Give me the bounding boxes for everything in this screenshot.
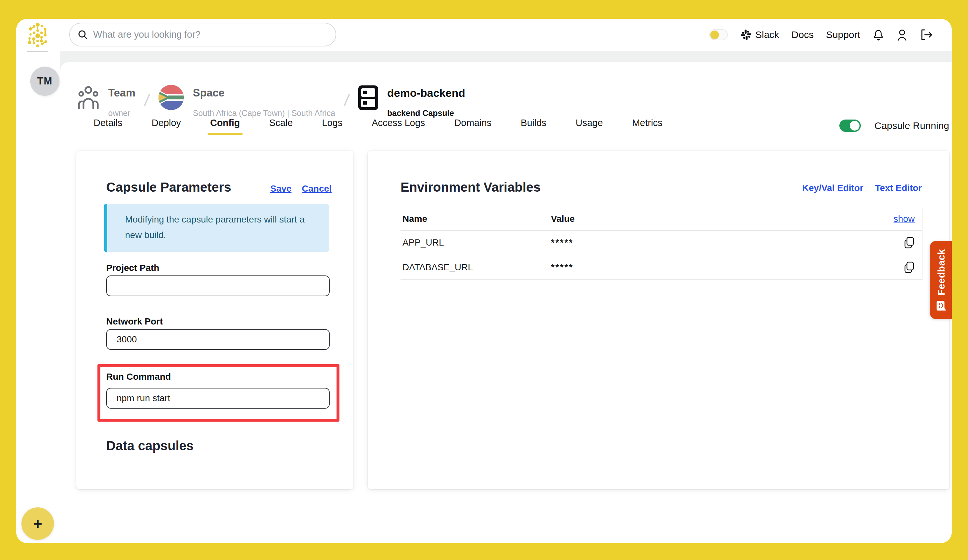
team-sublabel: owner <box>108 108 136 118</box>
capsule-icon <box>358 85 378 110</box>
table-header-row: Name Value show <box>401 208 922 230</box>
top-bar: Slack Docs Support <box>16 19 952 51</box>
feedback-tab[interactable]: Feedback <box>930 241 952 319</box>
network-port-label: Network Port <box>106 316 163 327</box>
env-var-name: APP_URL <box>401 237 549 248</box>
capsule-type-sublabel: backend Capsule <box>387 108 465 118</box>
env-var-name: DATABASE_URL <box>401 262 549 273</box>
search-bar[interactable] <box>69 23 336 46</box>
table-row: DATABASE_URL ***** <box>401 255 922 280</box>
theme-toggle[interactable] <box>709 29 728 40</box>
tab-builds[interactable]: Builds <box>521 118 546 128</box>
team-label: Team <box>108 86 136 99</box>
slack-icon <box>740 29 752 41</box>
docs-label: Docs <box>792 29 814 40</box>
search-icon <box>78 30 88 40</box>
main-panel: Team owner / <box>60 62 952 543</box>
capsule-running-toggle[interactable] <box>839 119 861 132</box>
build-info-banner: Modifying the capsule parameters will st… <box>104 204 329 252</box>
feedback-smiley-icon <box>936 300 946 311</box>
capsule-parameters-card: Capsule Parameters Save Cancel Modifying… <box>76 151 353 489</box>
tab-bar: Details Deploy Config Scale Logs Access … <box>94 118 662 128</box>
data-capsules-title: Data capsules <box>106 438 194 454</box>
project-path-label: Project Path <box>106 263 159 273</box>
tab-metrics[interactable]: Metrics <box>632 118 662 128</box>
feedback-inner: Feedback <box>930 241 952 319</box>
cancel-button[interactable]: Cancel <box>302 184 332 194</box>
breadcrumb-team[interactable]: Team owner <box>108 85 136 118</box>
env-var-value: ***** <box>549 262 886 273</box>
environment-variables-title: Environment Variables <box>401 179 540 195</box>
tab-usage[interactable]: Usage <box>575 118 603 128</box>
docs-link[interactable]: Docs <box>792 29 814 40</box>
breadcrumb-separator: / <box>343 89 350 110</box>
breadcrumb-separator: / <box>143 89 151 110</box>
breadcrumb-space[interactable]: Space South Africa (Cape Town) | South A… <box>193 85 335 118</box>
save-button[interactable]: Save <box>270 184 292 194</box>
notifications-bell-icon[interactable] <box>872 28 884 41</box>
breadcrumb-capsule[interactable]: demo-backend backend Capsule <box>387 85 465 118</box>
logout-icon[interactable] <box>920 29 933 41</box>
project-path-input[interactable] <box>106 275 330 296</box>
environment-variables-card: Environment Variables Key/Val Editor Tex… <box>368 151 949 489</box>
sidebar-divider <box>27 51 48 51</box>
table-row: APP_URL ***** <box>401 230 922 255</box>
capsule-running-label: Capsule Running <box>874 120 949 131</box>
text-editor-link[interactable]: Text Editor <box>875 183 922 193</box>
env-variables-table: Name Value show APP_URL ***** <box>401 208 923 280</box>
tab-scale[interactable]: Scale <box>269 118 293 128</box>
support-label: Support <box>826 29 860 40</box>
tab-deploy[interactable]: Deploy <box>152 118 181 128</box>
tab-domains[interactable]: Domains <box>454 118 491 128</box>
team-icon <box>78 85 99 109</box>
app-window: Team owner / <box>16 19 952 543</box>
keyval-editor-link[interactable]: Key/Val Editor <box>802 183 864 193</box>
env-var-value: ***** <box>549 237 886 248</box>
capsule-parameters-title: Capsule Parameters <box>106 179 231 195</box>
network-port-input[interactable] <box>106 329 330 350</box>
theme-toggle-knob <box>710 30 719 39</box>
tab-config[interactable]: Config <box>210 118 240 128</box>
breadcrumb: Team owner / <box>78 85 465 118</box>
avatar[interactable]: TM <box>30 66 60 96</box>
tab-details[interactable]: Details <box>94 118 123 128</box>
toggle-knob <box>850 121 860 131</box>
topbar-right-cluster: Slack Docs Support <box>709 19 933 51</box>
feedback-label: Feedback <box>935 249 946 295</box>
copy-icon[interactable] <box>904 261 915 273</box>
run-command-input[interactable] <box>106 388 330 409</box>
tab-logs[interactable]: Logs <box>322 118 342 128</box>
support-link[interactable]: Support <box>826 29 860 40</box>
show-values-link[interactable]: show <box>893 214 915 224</box>
account-user-icon[interactable] <box>897 28 908 41</box>
sidebar: TM + <box>16 19 60 543</box>
copy-icon[interactable] <box>904 237 915 249</box>
column-header-value: Value <box>549 214 886 224</box>
search-input[interactable] <box>93 29 328 40</box>
space-sublabel: South Africa (Cape Town) | South Africa <box>193 108 335 118</box>
space-label: Space <box>193 86 335 99</box>
capsule-name-label: demo-backend <box>387 86 465 99</box>
space-flag-icon <box>159 85 184 110</box>
tab-access-logs[interactable]: Access Logs <box>371 118 425 128</box>
column-header-name: Name <box>401 214 549 224</box>
run-command-label: Run Command <box>106 371 171 382</box>
slack-label: Slack <box>755 29 779 40</box>
app-logo-icon[interactable] <box>26 22 50 48</box>
slack-link[interactable]: Slack <box>740 29 779 41</box>
env-editor-links: Key/Val Editor Text Editor <box>802 183 922 193</box>
add-button[interactable]: + <box>22 507 54 540</box>
capsule-running-row: Capsule Running <box>839 119 949 132</box>
